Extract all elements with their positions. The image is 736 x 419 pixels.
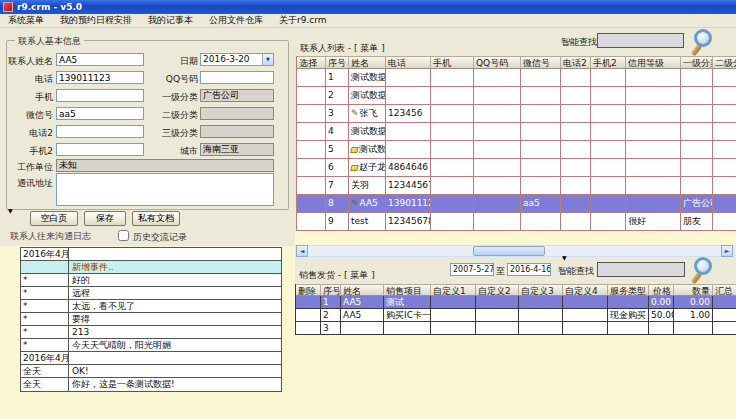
phone-input[interactable]: [56, 71, 144, 84]
cell-price: [649, 322, 674, 334]
column-header-sel[interactable]: 选择: [297, 57, 326, 68]
table-row[interactable]: 1测试数据4: [297, 69, 736, 87]
table-row[interactable]: 3: [296, 322, 736, 335]
phone2-label: 电话2: [7, 127, 53, 140]
column-header-phone[interactable]: 电话: [386, 57, 431, 68]
table-row[interactable]: *太远，看不见了: [21, 300, 281, 313]
table-row[interactable]: 7关羽12344567: [297, 177, 736, 195]
private-doc-button[interactable]: 私有文档: [132, 211, 180, 226]
table-row[interactable]: 2016年4月16日: [21, 248, 281, 261]
table-row[interactable]: *213: [21, 326, 281, 339]
table-row[interactable]: 8AA5139011123aa5广告公司: [297, 195, 736, 213]
mobile2-input[interactable]: [56, 143, 144, 156]
column-header-phone2[interactable]: 电话2: [561, 57, 591, 68]
date-from-combo[interactable]: 2007-5-27 ▼: [450, 263, 494, 276]
table-row[interactable]: *要得: [21, 313, 281, 326]
column-header-c2[interactable]: 自定义2: [476, 285, 519, 295]
cell-qq: [474, 105, 521, 122]
phone2-input[interactable]: [56, 125, 144, 138]
table-row[interactable]: *好的: [21, 274, 281, 287]
save-button[interactable]: 保存: [84, 211, 126, 226]
sales-title[interactable]: 销售发货 - [ 菜单 ]: [299, 269, 375, 282]
address-textarea[interactable]: [56, 173, 274, 206]
cell-no: 5: [326, 141, 349, 158]
column-header-c4[interactable]: 自定义4: [563, 285, 608, 295]
table-row[interactable]: 全天OK!: [21, 365, 281, 378]
column-header-name[interactable]: 姓名: [349, 57, 386, 68]
table-row[interactable]: 2016年4月15日: [21, 352, 281, 365]
scroll-left-icon[interactable]: ◄: [296, 245, 308, 257]
column-header-del[interactable]: 删除: [296, 285, 321, 295]
menu-schedule[interactable]: 我的预约日程安排: [52, 14, 140, 27]
menu-notebook[interactable]: 我的记事本: [140, 14, 201, 27]
column-header-wechat[interactable]: 微信号: [521, 57, 561, 68]
chevron-down-icon[interactable]: ▼: [262, 54, 273, 65]
scrollbar-track[interactable]: [308, 245, 721, 257]
column-header-no[interactable]: 序号: [326, 57, 349, 68]
table-row[interactable]: 全天你好，这是一条测试数据!: [21, 378, 281, 391]
column-header-mobile[interactable]: 手机: [431, 57, 474, 68]
menu-about[interactable]: 关于r9.crm: [271, 14, 335, 27]
qq-input[interactable]: [200, 71, 274, 84]
column-header-price[interactable]: 价格: [649, 285, 674, 295]
search-icon[interactable]: [688, 29, 715, 56]
menu-system[interactable]: 系统菜单: [0, 14, 52, 27]
column-header-no[interactable]: 序号: [321, 285, 341, 295]
column-header-mobile2[interactable]: 手机2: [591, 57, 626, 68]
search-icon[interactable]: [688, 257, 715, 284]
dropdown-marker-icon[interactable]: ▼: [562, 254, 567, 261]
contact-search-input[interactable]: [597, 33, 684, 48]
date-combo[interactable]: 2016-3-20 ▼: [200, 53, 274, 66]
column-header-qq[interactable]: QQ号码: [474, 57, 521, 68]
cell-credit: 很好: [626, 213, 681, 230]
column-header-qty[interactable]: 数量: [674, 285, 713, 295]
table-row[interactable]: 1AA5测试0.000.00: [296, 296, 736, 309]
column-header-credit[interactable]: 信用等级: [626, 57, 681, 68]
scroll-right-icon[interactable]: ►: [721, 245, 733, 257]
column-header-cat2[interactable]: 二级分类: [713, 57, 736, 68]
contact-list-title[interactable]: 联系人列表 - [ 菜单 ]: [300, 42, 385, 55]
menu-file-store[interactable]: 公用文件仓库: [201, 14, 271, 27]
date-from-value: 2007-5-27: [451, 264, 494, 275]
column-header-name[interactable]: 姓名: [341, 285, 384, 295]
cell-qty: 0.00: [674, 296, 713, 308]
column-header-c1[interactable]: 自定义1: [431, 285, 476, 295]
column-header-cat1[interactable]: 一级分类: [681, 57, 713, 68]
table-row[interactable]: 5测试数据1: [297, 141, 736, 159]
column-header-item[interactable]: 销售项目: [384, 285, 431, 295]
table-row[interactable]: 2AA5购买IC卡一张现金购买50.001.00: [296, 309, 736, 322]
cell-sel: [297, 177, 326, 194]
sales-search-label: 智能查找: [558, 265, 594, 278]
sales-table: 删除序号姓名销售项目自定义1自定义2自定义3自定义4服务类型价格数量汇总 1AA…: [295, 284, 736, 335]
cell-credit: [626, 69, 681, 86]
cell-cat2: [713, 141, 736, 158]
horizontal-scrollbar[interactable]: ◄ ►: [296, 245, 733, 257]
cell-t: 全天: [21, 378, 69, 391]
column-header-total[interactable]: 汇总: [713, 285, 736, 295]
table-row[interactable]: 6赵子龙4864646: [297, 159, 736, 177]
table-row[interactable]: *远程: [21, 287, 281, 300]
blank-page-button[interactable]: 空白页: [30, 211, 78, 226]
date-to-combo[interactable]: 2016-4-16 ▼: [507, 263, 551, 276]
work-unit-label: 工作单位: [7, 161, 53, 174]
history-checkbox[interactable]: [118, 230, 129, 241]
table-row[interactable]: *今天天气晴朗，阳光明媚: [21, 339, 281, 352]
wechat-input[interactable]: [56, 107, 144, 120]
table-row[interactable]: 9test123456789很好朋友: [297, 213, 736, 231]
contact-name-input[interactable]: [56, 53, 144, 66]
scrollbar-thumb[interactable]: [473, 246, 545, 256]
cell-no: 3: [321, 322, 341, 334]
table-row[interactable]: 3张飞123456: [297, 105, 736, 123]
sales-search-input[interactable]: [597, 262, 685, 277]
column-header-c3[interactable]: 自定义3: [519, 285, 563, 295]
table-row[interactable]: 新增事件..: [21, 261, 281, 274]
cell-wechat: [521, 213, 561, 230]
cell-no: 2: [321, 309, 341, 321]
cell-msg: [69, 248, 281, 260]
cell-credit: [626, 177, 681, 194]
table-row[interactable]: 4测试数据2: [297, 123, 736, 141]
table-row[interactable]: 2测试数据3: [297, 87, 736, 105]
mobile-input[interactable]: [56, 89, 144, 102]
expand-marker-icon[interactable]: ▼: [8, 207, 13, 214]
column-header-service[interactable]: 服务类型: [608, 285, 649, 295]
